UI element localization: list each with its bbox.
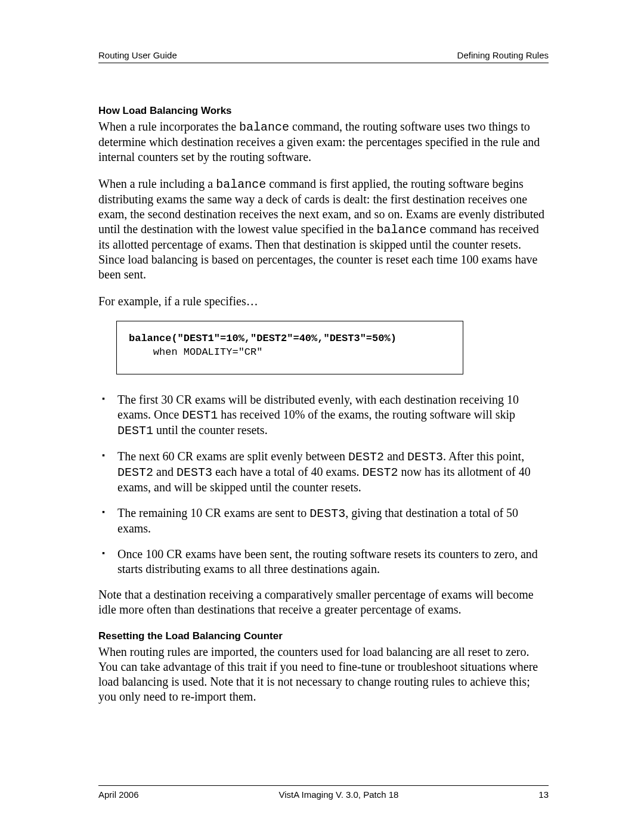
paragraph: When a rule including a balance command … bbox=[98, 176, 549, 282]
text: each have a total of 40 exams. bbox=[212, 465, 363, 478]
inline-code: DEST1 bbox=[182, 408, 218, 422]
page-footer: April 2006 VistA Imaging V. 3.0, Patch 1… bbox=[98, 785, 549, 800]
text: and bbox=[384, 450, 407, 463]
footer-right: 13 bbox=[538, 789, 549, 800]
footer-center: VistA Imaging V. 3.0, Patch 18 bbox=[278, 789, 398, 800]
text: The next 60 CR exams are split evenly be… bbox=[117, 450, 348, 463]
inline-code: balance bbox=[239, 120, 289, 134]
list-item: Once 100 CR exams have been sent, the ro… bbox=[98, 547, 549, 577]
page-header: Routing User Guide Defining Routing Rule… bbox=[98, 50, 549, 63]
paragraph: Note that a destination receiving a comp… bbox=[98, 587, 549, 617]
footer-left: April 2006 bbox=[98, 789, 139, 800]
inline-code: DEST3 bbox=[407, 450, 443, 464]
text: has received 10% of the exams, the routi… bbox=[218, 408, 515, 421]
header-right: Defining Routing Rules bbox=[457, 50, 549, 60]
list-item: The remaining 10 CR exams are sent to DE… bbox=[98, 506, 549, 536]
text: When a rule incorporates the bbox=[98, 120, 239, 133]
heading-reset-counter: Resetting the Load Balancing Counter bbox=[98, 630, 549, 642]
heading-how-lb-works: How Load Balancing Works bbox=[98, 105, 549, 117]
code-line: balance("DEST1"=10%,"DEST2"=40%,"DEST3"=… bbox=[129, 333, 397, 344]
inline-code: DEST2 bbox=[362, 466, 398, 479]
text: Once 100 CR exams have been sent, the ro… bbox=[117, 547, 538, 575]
list-item: The first 30 CR exams will be distribute… bbox=[98, 392, 549, 438]
paragraph: For example, if a rule specifies… bbox=[98, 294, 549, 309]
inline-code: DEST2 bbox=[348, 450, 384, 464]
inline-code: balance bbox=[377, 223, 427, 237]
text: and bbox=[153, 465, 177, 478]
text: until the counter resets. bbox=[153, 423, 268, 436]
inline-code: DEST3 bbox=[177, 466, 212, 479]
code-block: balance("DEST1"=10%,"DEST2"=40%,"DEST3"=… bbox=[116, 321, 463, 374]
inline-code: DEST3 bbox=[309, 507, 345, 521]
text: When a rule including a bbox=[98, 177, 216, 190]
list-item: The next 60 CR exams are split evenly be… bbox=[98, 449, 549, 495]
paragraph: When a rule incorporates the balance com… bbox=[98, 119, 549, 165]
inline-code: balance bbox=[216, 178, 266, 191]
text: . After this point, bbox=[443, 450, 524, 463]
inline-code: DEST2 bbox=[117, 466, 153, 479]
code-line: when MODALITY="CR" bbox=[129, 346, 262, 358]
header-left: Routing User Guide bbox=[98, 50, 177, 60]
inline-code: DEST1 bbox=[117, 424, 153, 438]
paragraph: When routing rules are imported, the cou… bbox=[98, 645, 549, 704]
bullet-list: The first 30 CR exams will be distribute… bbox=[98, 392, 549, 577]
document-page: Routing User Guide Defining Routing Rule… bbox=[0, 0, 644, 833]
text: The remaining 10 CR exams are sent to bbox=[117, 506, 309, 519]
